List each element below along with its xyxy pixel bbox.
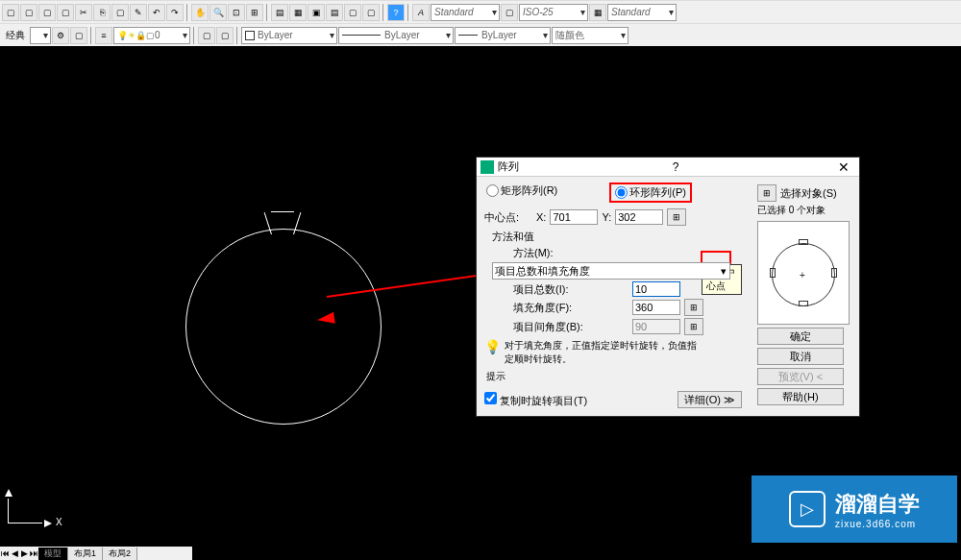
pick-item-angle-button[interactable]: ⊞ xyxy=(684,318,703,335)
center-label: 中心点: xyxy=(484,210,532,225)
text-style-dropdown[interactable]: Standard xyxy=(431,4,500,21)
tab-prev-icon[interactable]: ◀ xyxy=(10,548,19,558)
total-items-input[interactable] xyxy=(632,281,680,297)
watermark-url: zixue.3d66.com xyxy=(835,519,920,529)
toolbar-area: ▢ ▢ ▢ ▢ ✂ ⎘ ▢ ✎ ↶ ↷ ✋ 🔍 ⊡ ⊞ ▤ ▦ ▣ ▤ ▢ ▢ … xyxy=(0,0,961,47)
y-label: Y: xyxy=(602,211,611,223)
help-button[interactable]: 帮助(H) xyxy=(757,388,844,405)
sheet-icon[interactable]: ▤ xyxy=(326,4,343,21)
circle-entity[interactable] xyxy=(185,229,382,425)
tab-next-icon[interactable]: ▶ xyxy=(19,548,29,558)
selected-count-label: 已选择 0 个对象 xyxy=(757,204,851,217)
dialog-titlebar[interactable]: 阵列 ? ✕ xyxy=(477,158,859,177)
pan-icon[interactable]: ✋ xyxy=(191,4,209,21)
zoom-icon[interactable]: 🔍 xyxy=(209,4,227,21)
select-objects-button[interactable]: ⊞ xyxy=(757,184,776,202)
array-dialog: 阵列 ? ✕ 矩形阵列(R) 环形阵列(P) 中心点: X: Y: ⊞ xyxy=(476,157,860,417)
color-dropdown[interactable]: ByLayer xyxy=(241,27,337,44)
layer-prev-icon[interactable]: ▢ xyxy=(198,27,215,44)
annotation-arrow-head xyxy=(316,312,334,326)
pick-center-button[interactable]: ⊞ xyxy=(667,208,686,226)
table-style-dropdown[interactable]: Standard xyxy=(607,4,677,21)
chevron-down-icon: ≫ xyxy=(724,394,735,406)
plotstyle-dropdown[interactable]: 随颜色 xyxy=(552,27,628,44)
open-icon[interactable]: ▢ xyxy=(20,4,37,21)
undo-icon[interactable]: ↶ xyxy=(148,4,165,21)
dim-icon[interactable]: ▢ xyxy=(501,4,518,21)
method-label: 方法(M): xyxy=(513,246,588,260)
redo-icon[interactable]: ↷ xyxy=(166,4,184,21)
tip-text: 对于填充角度，正值指定逆时针旋转，负值指定顺时针旋转。 xyxy=(505,339,697,366)
watermark-logo-icon: ▷ xyxy=(789,491,825,527)
copy-icon[interactable]: ⎘ xyxy=(93,4,111,21)
help-icon[interactable]: ? xyxy=(387,4,405,21)
cut-icon[interactable]: ✂ xyxy=(75,4,92,21)
rotate-copy-checkbox[interactable]: 复制时旋转项目(T) xyxy=(484,392,587,408)
match-icon[interactable]: ✎ xyxy=(130,4,147,21)
center-x-input[interactable] xyxy=(550,209,598,225)
tip-label: 提示 xyxy=(486,370,742,383)
workspace-label: 经典 xyxy=(2,29,29,42)
props-icon[interactable]: ▤ xyxy=(271,4,288,21)
trapezoid-top xyxy=(271,211,294,212)
polar-array-radio[interactable]: 环形阵列(P) xyxy=(609,183,692,203)
rect-array-radio[interactable]: 矩形阵列(R) xyxy=(484,183,559,199)
bulb-icon: 💡 xyxy=(484,339,501,354)
print-icon[interactable]: ▢ xyxy=(57,4,74,21)
tab-first-icon[interactable]: ⏮ xyxy=(0,548,10,558)
save-icon[interactable]: ▢ xyxy=(38,4,56,21)
dialog-help-icon[interactable]: ? xyxy=(665,160,687,174)
lineweight-dropdown[interactable]: ByLayer xyxy=(455,27,551,44)
tab-layout2[interactable]: 布局2 xyxy=(103,548,137,560)
dialog-icon xyxy=(480,160,494,174)
zoomext-icon[interactable]: ⊞ xyxy=(246,4,263,21)
calc-icon[interactable]: ▢ xyxy=(362,4,380,21)
fill-angle-input[interactable] xyxy=(632,300,680,315)
x-label: X: xyxy=(536,211,546,223)
tab-layout1[interactable]: 布局1 xyxy=(68,548,103,560)
tab-model[interactable]: 模型 xyxy=(38,548,68,560)
ok-button[interactable]: 确定 xyxy=(757,328,844,345)
preview-panel: + xyxy=(757,221,850,325)
dc-icon[interactable]: ▦ xyxy=(289,4,307,21)
workspace-dropdown[interactable] xyxy=(30,27,51,44)
table-icon[interactable]: ▦ xyxy=(589,4,606,21)
total-items-label: 项目总数(I): xyxy=(513,282,588,297)
method-group-label: 方法和值 xyxy=(492,230,742,244)
watermark-title: 溜溜自学 xyxy=(835,490,920,519)
zoomwin-icon[interactable]: ⊡ xyxy=(228,4,245,21)
close-icon[interactable]: ✕ xyxy=(832,159,855,175)
item-angle-label: 项目间角度(B): xyxy=(513,320,588,334)
layer-state-icon[interactable]: ▢ xyxy=(216,27,234,44)
dialog-title-text: 阵列 xyxy=(498,159,519,174)
center-y-input[interactable] xyxy=(615,209,663,225)
ws-settings-icon[interactable]: ⚙ xyxy=(52,27,69,44)
a-icon[interactable]: A xyxy=(412,4,430,21)
select-objects-label: 选择对象(S) xyxy=(780,186,837,201)
markup-icon[interactable]: ▢ xyxy=(344,4,361,21)
linetype-dropdown[interactable]: ByLayer xyxy=(338,27,454,44)
tab-last-icon[interactable]: ⏭ xyxy=(29,548,38,558)
new-icon[interactable]: ▢ xyxy=(2,4,19,21)
preview-button[interactable]: 预览(V) < xyxy=(757,368,844,385)
layer-dropdown[interactable]: 💡☀🔒▢ 0 xyxy=(113,27,190,44)
fill-angle-label: 填充角度(F): xyxy=(513,301,588,315)
layer-mgr-icon[interactable]: ≡ xyxy=(95,27,112,44)
tool-icon[interactable]: ▣ xyxy=(308,4,325,21)
dim-style-dropdown[interactable]: ISO-25 xyxy=(519,4,588,21)
watermark: ▷ 溜溜自学 zixue.3d66.com xyxy=(752,475,957,543)
paste-icon[interactable]: ▢ xyxy=(111,4,129,21)
layout-tabs: ⏮ ◀ ▶ ⏭ 模型 布局1 布局2 xyxy=(0,547,192,560)
item-angle-input xyxy=(632,319,680,334)
cancel-button[interactable]: 取消 xyxy=(757,348,844,365)
method-dropdown[interactable]: 项目总数和填充角度 xyxy=(492,262,730,280)
detail-button[interactable]: 详细(O) ≫ xyxy=(678,391,742,408)
ws-save-icon[interactable]: ▢ xyxy=(70,27,87,44)
pick-fill-angle-button[interactable]: ⊞ xyxy=(684,299,703,316)
